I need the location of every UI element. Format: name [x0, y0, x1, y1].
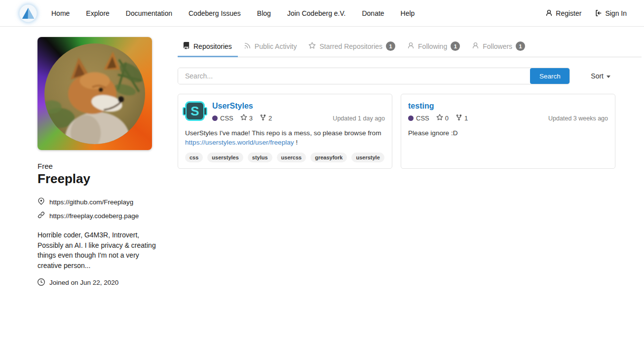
profile-content: Repositories Public Activity Starred Rep… — [178, 37, 644, 169]
repo-description: UserStyles I've made! This repo is a mes… — [185, 128, 385, 147]
top-navigation: Home Explore Documentation Codeberg Issu… — [0, 0, 644, 27]
topic-tag[interactable]: usercss — [277, 153, 306, 162]
sign-in-icon — [595, 9, 602, 17]
profile-joined-text: Joined on Jun 22, 2020 — [49, 279, 118, 286]
codeberg-mountain-icon — [19, 4, 38, 23]
profile-website-link[interactable]: https://freeplay.codeberg.page — [49, 212, 139, 220]
profile-website-row: https://freeplay.codeberg.page — [38, 211, 165, 220]
nav-link-explore[interactable]: Explore — [86, 9, 109, 17]
search-group: Search — [178, 68, 570, 84]
following-count-badge: 1 — [451, 41, 460, 51]
repo-description: Please ignore :D — [408, 128, 608, 138]
profile-display-name: Free — [38, 162, 165, 170]
topic-tag[interactable]: stylus — [248, 153, 272, 162]
person-icon — [407, 42, 415, 51]
topic-tag[interactable]: userstyle — [351, 153, 384, 162]
profile-tabs: Repositories Public Activity Starred Rep… — [178, 37, 642, 57]
location-pin-icon — [38, 197, 45, 206]
link-icon — [38, 211, 45, 220]
profile-location-row: https://github.com/Freeplayg — [38, 197, 165, 206]
search-button[interactable]: Search — [530, 68, 569, 84]
repo-updated: Updated 1 day ago — [333, 115, 385, 122]
profile-avatar — [38, 37, 152, 150]
sort-dropdown[interactable]: Sort — [591, 72, 610, 80]
git-fork-icon — [260, 114, 266, 122]
rss-icon — [244, 42, 251, 51]
language-dot — [408, 115, 414, 121]
repo-icon — [183, 42, 190, 51]
nav-account-area: Register Sign In — [545, 9, 627, 17]
star-icon — [308, 42, 316, 51]
repo-search-row: Search Sort — [178, 68, 615, 84]
tab-repositories[interactable]: Repositories — [178, 37, 238, 57]
nav-link-donate[interactable]: Donate — [362, 9, 384, 17]
fork-count: 1 — [455, 114, 468, 122]
person-icon — [472, 42, 479, 51]
language-dot — [212, 115, 218, 121]
repo-link-testing[interactable]: testing — [408, 102, 434, 110]
starred-count-badge: 1 — [386, 41, 395, 51]
nav-links: Home Explore Documentation Codeberg Issu… — [51, 9, 415, 17]
profile-sidebar: Free Freeplay https://github.com/Freepla… — [38, 37, 165, 287]
topic-list: css userstyles stylus usercss greasyfork… — [185, 153, 385, 162]
star-count: 0 — [436, 114, 449, 122]
codeberg-logo[interactable] — [19, 4, 38, 23]
userstyles-world-link[interactable]: https://userstyles.world/user/freeplay — [185, 139, 294, 146]
sign-in-link[interactable]: Sign In — [595, 9, 627, 17]
repository-list: S UserStyles CSS — [178, 94, 615, 169]
fork-count: 2 — [260, 114, 272, 122]
repo-updated: Updated 3 weeks ago — [548, 115, 608, 122]
topic-tag[interactable]: userstyles — [207, 153, 243, 162]
topic-tag[interactable]: css — [185, 153, 203, 162]
profile-bio: Horrible coder, G4M3R, Introvert, Possib… — [38, 230, 162, 271]
nav-link-documentation[interactable]: Documentation — [126, 9, 172, 17]
person-icon — [545, 9, 553, 17]
language-label: CSS — [416, 115, 429, 122]
star-icon — [240, 114, 247, 122]
git-fork-icon — [455, 114, 462, 122]
language-label: CSS — [220, 115, 233, 122]
repo-link-userstyles[interactable]: UserStyles — [212, 102, 253, 110]
repo-card-testing: testing CSS 0 — [401, 94, 615, 169]
tab-starred-repositories[interactable]: Starred Repositories 1 — [303, 37, 401, 57]
topic-tag[interactable]: greasyfork — [310, 153, 347, 162]
tab-public-activity[interactable]: Public Activity — [238, 37, 303, 57]
repo-card-userstyles: S UserStyles CSS — [178, 94, 392, 169]
nav-link-home[interactable]: Home — [51, 9, 70, 17]
followers-count-badge: 1 — [516, 41, 525, 51]
register-link[interactable]: Register — [545, 9, 581, 17]
nav-link-help[interactable]: Help — [401, 9, 415, 17]
nav-link-join-codeberg[interactable]: Join Codeberg e.V. — [287, 9, 346, 17]
nav-link-codeberg-issues[interactable]: Codeberg Issues — [189, 9, 241, 17]
userstyles-repo-avatar: S — [185, 101, 205, 121]
star-icon — [436, 114, 443, 122]
nav-link-blog[interactable]: Blog — [257, 9, 271, 17]
clock-icon — [38, 278, 45, 287]
profile-joined-row: Joined on Jun 22, 2020 — [38, 278, 165, 287]
star-count: 3 — [240, 114, 253, 122]
fox-avatar-image — [44, 43, 145, 144]
profile-username: Freeplay — [38, 171, 165, 187]
tab-following[interactable]: Following 1 — [401, 37, 466, 57]
chevron-down-icon — [606, 76, 610, 78]
search-input[interactable] — [178, 68, 530, 84]
tab-followers[interactable]: Followers 1 — [466, 37, 531, 57]
profile-location-text: https://github.com/Freeplayg — [49, 198, 133, 206]
